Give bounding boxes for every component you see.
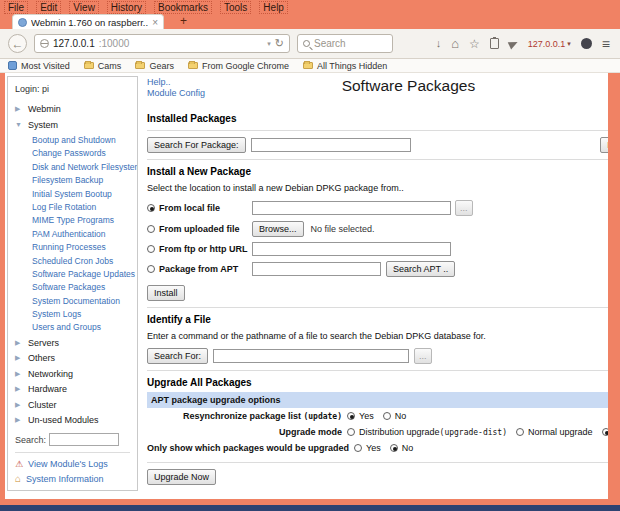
toolbar-icons: ↓ ⌂ ☆ 127.0.0.1 ▾ ≡: [436, 36, 612, 52]
sidebar-item-software-packages[interactable]: Software Packages: [15, 282, 137, 292]
divider: [147, 462, 620, 463]
sidebar-item-scheduled-cron-jobs[interactable]: Scheduled Cron Jobs: [15, 256, 137, 266]
menu-tools[interactable]: Tools: [220, 1, 251, 14]
menu-help[interactable]: Help: [259, 1, 288, 14]
chevron-right-icon: ▶: [15, 354, 23, 362]
category-label: Un-used Modules: [28, 415, 99, 425]
new-tab-button[interactable]: +: [172, 14, 195, 29]
menu-icon[interactable]: ≡: [602, 36, 610, 52]
search-docs-link[interactable]: Search Docs..: [611, 77, 620, 87]
radio-no[interactable]: [390, 444, 398, 452]
radio-from-local-file[interactable]: [147, 204, 155, 212]
radio-normal-upgrade[interactable]: [516, 428, 524, 436]
identify-file-chooser-button[interactable]: ...: [414, 348, 432, 364]
ip-indicator-button[interactable]: 127.0.0.1 ▾: [528, 39, 571, 49]
radio-from-uploaded-file[interactable]: [147, 225, 155, 233]
bookmark-star-icon[interactable]: ☆: [469, 38, 480, 50]
url-bar[interactable]: 127.0.0.1 :10000 ▾ ↻: [34, 34, 290, 53]
menu-bar: FileEditViewHistoryBookmarksToolsHelp: [0, 0, 620, 14]
sidebar-item-bootup-and-shutdown[interactable]: Bootup and Shutdown: [15, 135, 137, 145]
sidebar-item-running-processes[interactable]: Running Processes: [15, 242, 137, 252]
sidebar-item-filesystem-backup[interactable]: Filesystem Backup: [15, 175, 137, 185]
ftp-http-url-input[interactable]: [252, 242, 451, 256]
option-label: Distribution upgrade: [359, 427, 440, 437]
home-icon[interactable]: ⌂: [451, 37, 459, 50]
bookmark-item-cams[interactable]: Cams: [84, 61, 122, 71]
upgrade-now-button[interactable]: Upgrade Now: [147, 469, 216, 485]
sidebar-category-un-used-modules[interactable]: ▶Un-used Modules: [15, 415, 137, 425]
radio-no[interactable]: [383, 412, 391, 420]
install-option-package-from-apt: Package from APTSearch APT ..: [147, 261, 620, 277]
radio-distribution-upgrade[interactable]: [347, 428, 355, 436]
menu-bookmarks[interactable]: Bookmarks: [154, 1, 212, 14]
search-bar[interactable]: Search: [297, 34, 393, 53]
search-apt-button[interactable]: Search APT ..: [386, 261, 455, 277]
menu-file[interactable]: File: [4, 1, 28, 14]
bookmark-item-most-visited[interactable]: Most Visited: [8, 61, 70, 71]
menu-history[interactable]: History: [107, 1, 146, 14]
chat-extension-icon[interactable]: [581, 38, 592, 49]
option-label: No: [395, 411, 407, 421]
install-option-from-ftp-or-http-url: From ftp or http URL: [147, 242, 620, 256]
clipboard-icon[interactable]: [490, 38, 499, 49]
apt-options-table-header: APT package upgrade options: [147, 392, 620, 408]
bookmark-item-gears[interactable]: Gears: [135, 61, 174, 71]
sidebar-item-system-documentation[interactable]: System Documentation: [15, 296, 137, 306]
sidebar-category-system[interactable]: ▼System: [15, 120, 137, 130]
sidebar-search-input[interactable]: [49, 433, 119, 446]
browse-button[interactable]: Browse...: [252, 221, 304, 237]
sidebar-item-mime-type-programs[interactable]: MIME Type Programs: [15, 215, 137, 225]
url-dropdown-icon[interactable]: ▾: [267, 40, 271, 48]
sidebar-category-others[interactable]: ▶Others: [15, 353, 137, 363]
tab-close-icon[interactable]: ×: [152, 17, 158, 28]
sidebar-item-initial-system-bootup[interactable]: Initial System Bootup: [15, 189, 137, 199]
download-icon[interactable]: ↓: [436, 38, 442, 49]
option-normal-upgrade: Normal upgrade: [516, 427, 593, 437]
sidebar-item-users-and-groups[interactable]: Users and Groups: [15, 322, 137, 332]
identify-file-heading: Identify a File: [147, 314, 620, 325]
local-file-input[interactable]: [252, 201, 451, 215]
sidebar-item-log-file-rotation[interactable]: Log File Rotation: [15, 202, 137, 212]
sidebar-category-cluster[interactable]: ▶Cluster: [15, 400, 137, 410]
identify-intro-text: Enter a command or the pathname of a fil…: [147, 331, 620, 341]
identify-file-input[interactable]: [213, 349, 409, 363]
apt-package-input[interactable]: [252, 262, 381, 276]
package-tree-button[interactable]: Package Tree: [600, 137, 620, 153]
local-file-chooser-button[interactable]: ...: [455, 200, 473, 216]
sidebar-item-system-logs[interactable]: System Logs: [15, 309, 137, 319]
upgrade-row-options: YesNo: [347, 411, 406, 421]
footer-link-refresh-modules[interactable]: ↻Refresh Modules: [15, 489, 137, 491]
module-header: Help.. Module Config Software Packages S…: [147, 77, 620, 108]
sidebar-category-webmin[interactable]: ▶Webmin: [15, 104, 137, 114]
search-for-package-button[interactable]: Search For Package:: [147, 137, 246, 153]
upgrade-row-options: Distribution upgrade (upgrade-dist)Norma…: [347, 427, 620, 437]
sidebar-item-change-passwords[interactable]: Change Passwords: [15, 148, 137, 158]
reload-icon[interactable]: ↻: [275, 37, 284, 50]
footer-link-system-information[interactable]: ⌂System Information: [15, 474, 137, 484]
package-search-input[interactable]: [251, 138, 411, 152]
radio-don-t-upgrade[interactable]: [602, 428, 610, 436]
bookmark-label: From Google Chrome: [202, 61, 289, 71]
ip-dropdown-icon: ▾: [567, 40, 571, 48]
sidebar-category-networking[interactable]: ▶Networking: [15, 369, 137, 379]
menu-edit[interactable]: Edit: [36, 1, 61, 14]
footer-link-view-module-s-logs[interactable]: ⚠View Module's Logs: [15, 459, 137, 469]
sidebar-item-pam-authentication[interactable]: PAM Authentication: [15, 229, 137, 239]
radio-yes[interactable]: [354, 444, 362, 452]
install-button[interactable]: Install: [147, 285, 185, 301]
radio-from-ftp-or-http-url[interactable]: [147, 245, 155, 253]
radio-package-from-apt[interactable]: [147, 265, 155, 273]
sidebar-item-disk-and-network-filesystems[interactable]: Disk and Network Filesystems: [15, 162, 137, 172]
browser-tab[interactable]: Webmin 1.760 on raspberr... ×: [12, 14, 164, 29]
sidebar-category-servers[interactable]: ▶Servers: [15, 338, 137, 348]
radio-yes[interactable]: [347, 412, 355, 420]
sidebar-item-software-package-updates[interactable]: Software Package Updates: [15, 269, 137, 279]
bookmark-item-from-google-chrome[interactable]: From Google Chrome: [188, 61, 289, 71]
sidebar-category-hardware[interactable]: ▶Hardware: [15, 384, 137, 394]
bookmark-item-all-things-hidden[interactable]: All Things Hidden: [303, 61, 387, 71]
back-button[interactable]: ←: [8, 34, 27, 53]
send-icon[interactable]: [507, 38, 519, 49]
search-for-button[interactable]: Search For:: [147, 348, 208, 364]
menu-view[interactable]: View: [69, 1, 99, 14]
upgrade-row-label: Only show which packages would be upgrad…: [147, 443, 354, 453]
